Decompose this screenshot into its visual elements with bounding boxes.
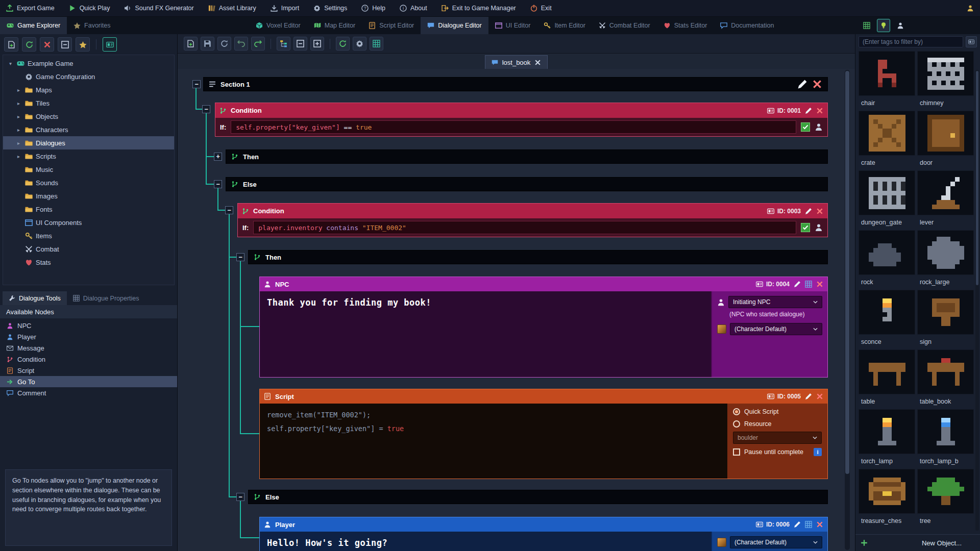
- initiating-npc-dropdown[interactable]: Initiating NPC: [728, 296, 822, 308]
- tree-item-example-game[interactable]: Example Game: [3, 57, 174, 70]
- player-header[interactable]: Player ID: 0006: [260, 517, 827, 532]
- palette-node-condition[interactable]: Condition: [0, 354, 177, 365]
- organize-button[interactable]: [277, 37, 290, 51]
- menu-asset-library[interactable]: Asset Library: [208, 5, 256, 12]
- node-canvas[interactable]: Section 1 Condition ID: 0001: [178, 69, 855, 551]
- section-bar[interactable]: Section 1: [203, 77, 828, 91]
- condition-character-icon[interactable]: [815, 223, 823, 232]
- tab-combat-editor[interactable]: Combat Editor: [592, 17, 657, 34]
- edit-node-button[interactable]: [794, 521, 801, 528]
- menu-settings[interactable]: Settings: [313, 5, 347, 12]
- collapse-toggle-section[interactable]: [192, 80, 201, 88]
- reload-button[interactable]: [217, 37, 231, 51]
- tag-filter-input[interactable]: [859, 36, 963, 47]
- menu-sound-fx-generator[interactable]: Sound FX Generator: [124, 5, 193, 12]
- asset-door[interactable]: door: [917, 111, 974, 169]
- grid-view-button[interactable]: [805, 281, 812, 288]
- delete-node-button[interactable]: [816, 521, 823, 528]
- condition-valid-checkbox[interactable]: [801, 122, 810, 132]
- canvas-scrollbar[interactable]: [845, 70, 850, 550]
- player-dialogue-text[interactable]: Hello! How's it going?: [260, 532, 711, 551]
- asset-chimney[interactable]: chimney: [917, 51, 974, 110]
- condition-header[interactable]: Condition ID: 0003: [238, 204, 827, 218]
- tree-item-maps[interactable]: Maps: [3, 83, 174, 96]
- palette-node-script[interactable]: Script: [0, 365, 177, 376]
- tree-item-combat[interactable]: Combat: [3, 242, 174, 256]
- edit-node-button[interactable]: [805, 393, 812, 400]
- asset-rock-large[interactable]: rock_large: [917, 230, 974, 289]
- expand-all-button[interactable]: [310, 37, 324, 51]
- quick-script-radio[interactable]: Quick Script: [728, 406, 826, 418]
- tree-item-objects[interactable]: Objects: [3, 110, 174, 123]
- edit-node-button[interactable]: [794, 281, 801, 288]
- tree-item-items[interactable]: Items: [3, 229, 174, 242]
- tree-item-music[interactable]: Music: [3, 163, 174, 176]
- tab-script-editor[interactable]: Script Editor: [362, 17, 421, 34]
- condition-expression[interactable]: self.property["key_given"] == true: [231, 120, 796, 134]
- tree-item-fonts[interactable]: Fonts: [3, 203, 174, 216]
- condition-character-icon[interactable]: [815, 123, 823, 131]
- asset-table-book[interactable]: table_book: [917, 349, 974, 408]
- edit-node-button[interactable]: [805, 107, 812, 114]
- export-grid-button[interactable]: [370, 37, 383, 51]
- favorite-button[interactable]: [76, 37, 90, 52]
- edit-node-button[interactable]: [805, 208, 812, 215]
- tree-item-dialogues[interactable]: Dialogues: [3, 136, 174, 149]
- npc-dialogue-text[interactable]: Thank you for finding my book!: [260, 291, 711, 377]
- condition-node-0001[interactable]: Condition ID: 0001 If: self.property["ke…: [215, 103, 828, 137]
- library-tab-characters[interactable]: [894, 19, 907, 32]
- tab-game-explorer[interactable]: Game Explorer: [0, 17, 67, 34]
- tree-item-game-configuration[interactable]: Game Configuration: [3, 70, 174, 83]
- library-tab-objects[interactable]: [877, 19, 890, 32]
- refresh-button[interactable]: [336, 37, 350, 51]
- undo-button[interactable]: [234, 37, 248, 51]
- asset-torch-lamp-b[interactable]: torch_lamp_b: [917, 409, 974, 468]
- palette-node-npc[interactable]: NPC: [0, 320, 177, 331]
- tab-voxel-editor[interactable]: Voxel Editor: [249, 17, 307, 34]
- tab-item-editor[interactable]: Item Editor: [537, 17, 592, 34]
- tab-stats-editor[interactable]: Stats Editor: [657, 17, 714, 34]
- tree-arrow-icon[interactable]: [15, 114, 22, 119]
- asset-tree[interactable]: tree: [917, 469, 974, 528]
- condition-node-0003[interactable]: Condition ID: 0003 If: player.inventory …: [237, 203, 828, 237]
- asset-dungeon-gate[interactable]: dungeon_gate: [859, 170, 915, 229]
- close-tab-icon[interactable]: [534, 59, 541, 66]
- tree-item-scripts[interactable]: Scripts: [3, 149, 174, 163]
- npc-header[interactable]: NPC ID: 0004: [260, 277, 827, 291]
- collapse-toggle-else2[interactable]: [236, 493, 244, 501]
- delete-node-button[interactable]: [816, 208, 823, 215]
- edit-section-button[interactable]: [797, 79, 807, 89]
- tree-item-sounds[interactable]: Sounds: [3, 176, 174, 189]
- tab-dialogue-editor[interactable]: Dialogue Editor: [421, 17, 488, 34]
- settings-button[interactable]: [353, 37, 366, 51]
- pause-checkbox[interactable]: [733, 448, 740, 456]
- script-node-0005[interactable]: Script ID: 0005 remove_item("ITEM_0002")…: [259, 389, 828, 479]
- then-bar-1[interactable]: Then: [226, 149, 828, 164]
- menu-exit-to-game-manager[interactable]: Exit to Game Manager: [442, 5, 516, 12]
- tab-ui-editor[interactable]: UI Editor: [488, 17, 537, 34]
- asset-crate[interactable]: crate: [859, 111, 915, 169]
- redo-button[interactable]: [251, 37, 265, 51]
- npc-node-0004[interactable]: NPC ID: 0004 Thank you for finding my bo…: [259, 277, 828, 378]
- new-object-button[interactable]: New Object...: [922, 539, 962, 547]
- tab-map-editor[interactable]: Map Editor: [307, 17, 362, 34]
- asset-sconce[interactable]: sconce: [859, 290, 915, 348]
- expand-toggle-then1[interactable]: [214, 153, 222, 161]
- scrollbar-thumb[interactable]: [976, 71, 978, 285]
- collapse-toggle-condition1[interactable]: [202, 105, 210, 113]
- tree-arrow-icon[interactable]: [15, 140, 22, 146]
- tab-lost-book[interactable]: lost_book: [485, 55, 548, 69]
- tree-arrow-icon[interactable]: [15, 101, 22, 106]
- else-bar-2[interactable]: Else: [248, 490, 828, 504]
- asset-treasure-ches[interactable]: treasure_ches: [859, 469, 915, 528]
- tab-favorites[interactable]: Favorites: [67, 17, 117, 34]
- scrollbar-thumb[interactable]: [845, 71, 849, 474]
- menu-import[interactable]: Import: [271, 5, 299, 12]
- condition-valid-checkbox[interactable]: [801, 223, 810, 232]
- tree-item-characters[interactable]: Characters: [3, 123, 174, 136]
- tree-item-ui-components[interactable]: UI Components: [3, 216, 174, 229]
- portrait-dropdown[interactable]: (Character Default): [730, 536, 822, 548]
- new-asset-button[interactable]: [4, 37, 18, 52]
- tab-dialogue-tools[interactable]: Dialogue Tools: [3, 291, 67, 305]
- collapse-toggle-condition2[interactable]: [225, 206, 233, 214]
